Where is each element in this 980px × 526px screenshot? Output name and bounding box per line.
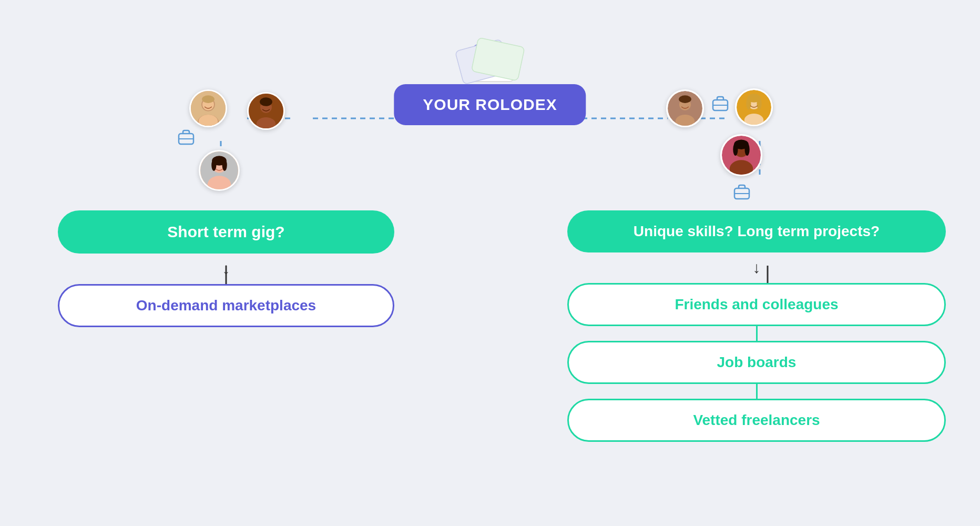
- job-boards-box: Job boards: [567, 341, 946, 384]
- left-section: Short term gig? ↓ On-demand marketplaces: [58, 210, 394, 327]
- svg-point-26: [202, 95, 215, 103]
- arrow-down-right: ↓: [753, 260, 761, 276]
- friends-colleagues-label: Friends and colleagues: [675, 296, 838, 312]
- svg-point-42: [679, 95, 691, 103]
- short-term-gig-box: Short term gig?: [58, 210, 394, 254]
- svg-point-49: [746, 97, 751, 110]
- briefcase-right-2: [732, 182, 751, 201]
- unique-skills-label: Unique skills? Long term projects?: [634, 223, 880, 239]
- arrow-down-left: ↓: [222, 261, 230, 277]
- briefcase-right-1: [711, 94, 730, 113]
- on-demand-box: On-demand marketplaces: [58, 284, 394, 327]
- vetted-freelancers-label: Vetted freelancers: [693, 412, 820, 428]
- rolodex-button[interactable]: YOUR ROLODEX: [394, 84, 586, 125]
- avatar-left-3: [199, 150, 240, 191]
- right-section: Unique skills? Long term projects? ↓ Fri…: [567, 210, 946, 442]
- avatar-left-1: [189, 89, 227, 127]
- connector-line-1: [756, 326, 758, 341]
- svg-point-56: [744, 143, 749, 156]
- unique-skills-box: Unique skills? Long term projects?: [567, 210, 946, 252]
- rolodex-label: YOUR ROLODEX: [423, 96, 557, 113]
- avatar-left-2: [247, 92, 285, 130]
- svg-point-50: [757, 97, 762, 110]
- on-demand-label: On-demand marketplaces: [136, 297, 316, 313]
- short-term-gig-label: Short term gig?: [167, 223, 284, 240]
- avatar-right-2: [735, 88, 773, 126]
- avatar-right-1: [666, 89, 704, 127]
- briefcase-left-1: [177, 127, 196, 146]
- connector-line-2: [756, 384, 758, 399]
- rolodex-illustration: [453, 32, 527, 84]
- vetted-freelancers-box: Vetted freelancers: [567, 399, 946, 442]
- friends-colleagues-box: Friends and colleagues: [567, 283, 946, 326]
- svg-point-30: [260, 97, 272, 106]
- job-boards-label: Job boards: [717, 354, 797, 370]
- avatar-right-3: [720, 134, 762, 176]
- svg-point-55: [733, 143, 738, 156]
